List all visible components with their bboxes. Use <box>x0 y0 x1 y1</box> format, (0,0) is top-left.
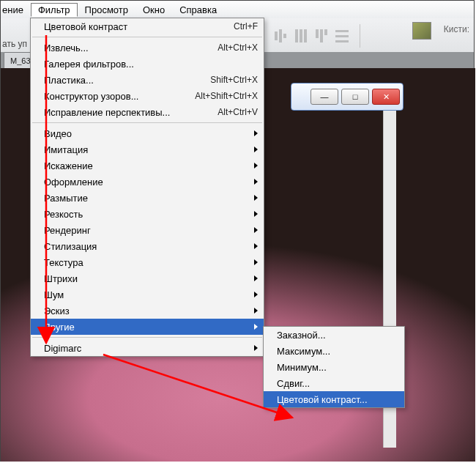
distribute-icon[interactable] <box>335 27 349 45</box>
submenu-arrow-icon <box>254 147 258 152</box>
svg-rect-9 <box>335 30 349 32</box>
window-minimize-button[interactable]: — <box>310 89 338 105</box>
submenu-arrow-icon <box>254 195 258 201</box>
menu-item[interactable]: Резкость <box>31 206 264 222</box>
submenu-arrow-icon <box>254 259 258 265</box>
menu-item[interactable]: Конструктор узоров...Alt+Shift+Ctrl+X <box>31 88 264 104</box>
menubar-item-help[interactable]: Справка <box>172 3 224 17</box>
menu-item[interactable]: Имитация <box>31 141 264 158</box>
svg-rect-1 <box>279 29 282 42</box>
menu-item-label: Рендеринг <box>44 225 250 236</box>
menu-item[interactable]: Оформление <box>31 174 264 190</box>
menu-item[interactable]: Искажение <box>31 158 264 174</box>
menubar-item-window[interactable]: Окно <box>135 3 172 17</box>
svg-rect-10 <box>335 35 349 37</box>
menu-item-label: Исправление перспективы... <box>44 107 217 118</box>
submenu-item-label: Минимум... <box>277 362 398 373</box>
menu-item[interactable]: Эскиз <box>31 303 264 319</box>
window-maximize-button[interactable]: □ <box>341 89 369 105</box>
svg-rect-3 <box>295 29 298 42</box>
submenu-arrow-icon <box>254 179 258 185</box>
submenu-arrow-icon <box>254 130 258 136</box>
menu-item[interactable]: Другие <box>31 319 264 335</box>
menu-item[interactable]: Размытие <box>31 190 264 206</box>
menu-item[interactable]: Видео <box>31 125 264 141</box>
svg-rect-6 <box>316 29 319 38</box>
svg-rect-4 <box>300 29 302 42</box>
menu-item[interactable]: Шум <box>31 286 264 303</box>
menu-item-label: Видео <box>44 128 250 139</box>
submenu-arrow-icon <box>254 211 258 217</box>
menubar-item-partial[interactable]: ение <box>2 3 31 17</box>
align-icon-3[interactable] <box>314 27 329 45</box>
menu-item-shortcut: Ctrl+F <box>234 21 258 32</box>
svg-rect-7 <box>320 29 323 42</box>
brush-label: Кисти: <box>444 24 469 34</box>
window-close-button[interactable]: ✕ <box>372 89 400 105</box>
filter-menu-dropdown: Цветовой контрастCtrl+FИзвлечь...Alt+Ctr… <box>30 18 264 357</box>
menu-item-label: Текстура <box>44 257 250 268</box>
menu-separator <box>32 37 262 37</box>
submenu-item-label: Заказной... <box>277 330 398 341</box>
menu-item-shortcut: Shift+Ctrl+X <box>210 75 258 85</box>
menu-separator <box>32 122 262 123</box>
menu-item[interactable]: Извлечь...Alt+Ctrl+X <box>31 40 264 56</box>
menu-item[interactable]: Текстура <box>31 254 264 270</box>
submenu-arrow-icon <box>254 324 258 330</box>
menu-item[interactable]: Digimarc <box>31 340 264 356</box>
svg-rect-0 <box>275 32 278 40</box>
submenu-item[interactable]: Максимум... <box>264 343 404 359</box>
menu-item[interactable]: Рендеринг <box>31 222 264 238</box>
submenu-item[interactable]: Сдвиг... <box>264 375 404 391</box>
menu-item-label: Галерея фильтров... <box>44 59 258 70</box>
menu-item[interactable]: Галерея фильтров... <box>31 56 264 72</box>
align-icon-2[interactable] <box>294 27 308 45</box>
menu-item-label: Пластика... <box>44 75 210 86</box>
menu-item-label: Digimarc <box>44 343 250 354</box>
submenu-arrow-icon <box>254 292 258 297</box>
app-root: ение Фильтр Просмотр Окно Справка ать уп… <box>0 0 475 462</box>
svg-rect-11 <box>335 40 349 42</box>
brush-preview-icon[interactable] <box>412 22 431 40</box>
svg-rect-5 <box>304 29 307 42</box>
menu-item-label: Цветовой контраст <box>44 21 234 32</box>
svg-rect-2 <box>283 34 286 38</box>
menubar: ение Фильтр Просмотр Окно Справка <box>1 1 474 19</box>
menubar-item-view[interactable]: Просмотр <box>78 3 135 17</box>
menu-item-shortcut: Alt+Ctrl+X <box>217 42 258 53</box>
menu-item-label: Оформление <box>44 177 250 188</box>
submenu-item-label: Максимум... <box>277 346 398 357</box>
menu-item-label: Другие <box>44 322 250 333</box>
menu-item-label: Извлечь... <box>44 42 217 53</box>
submenu-item[interactable]: Заказной... <box>264 327 404 343</box>
menu-item-label: Искажение <box>44 160 250 171</box>
submenu-item[interactable]: Цветовой контраст... <box>264 391 404 407</box>
menu-separator <box>32 337 262 338</box>
menu-item-shortcut: Alt+Shift+Ctrl+X <box>195 91 258 101</box>
menu-item-shortcut: Alt+Ctrl+V <box>217 107 258 117</box>
menu-item-label: Стилизация <box>44 241 250 252</box>
menu-item[interactable]: Цветовой контрастCtrl+F <box>31 18 264 34</box>
menu-item-label: Шум <box>44 289 250 300</box>
submenu-arrow-icon <box>254 243 258 249</box>
document-window-titlebar[interactable]: — □ ✕ <box>291 83 404 111</box>
submenu-arrow-icon <box>254 275 258 281</box>
filter-other-submenu: Заказной...Максимум...Минимум...Сдвиг...… <box>263 326 405 408</box>
menu-item-label: Резкость <box>44 209 250 220</box>
menu-item[interactable]: Штрихи <box>31 270 264 286</box>
menu-item-label: Имитация <box>44 144 250 155</box>
menu-item[interactable]: Исправление перспективы...Alt+Ctrl+V <box>31 104 264 120</box>
align-icon[interactable] <box>273 27 288 45</box>
svg-rect-8 <box>324 29 327 35</box>
menu-item[interactable]: Стилизация <box>31 238 264 254</box>
submenu-arrow-icon <box>254 345 258 351</box>
submenu-item[interactable]: Минимум... <box>264 359 404 375</box>
submenu-item-label: Цветовой контраст... <box>277 394 398 405</box>
menu-item[interactable]: Пластика...Shift+Ctrl+X <box>31 72 264 88</box>
options-bar-partial-text: ать уп <box>2 39 27 49</box>
submenu-arrow-icon <box>254 308 258 314</box>
submenu-item-label: Сдвиг... <box>277 378 398 389</box>
menu-item-label: Штрихи <box>44 273 250 284</box>
toolbar-icon-group <box>273 24 365 48</box>
menubar-item-filter[interactable]: Фильтр <box>31 3 78 17</box>
